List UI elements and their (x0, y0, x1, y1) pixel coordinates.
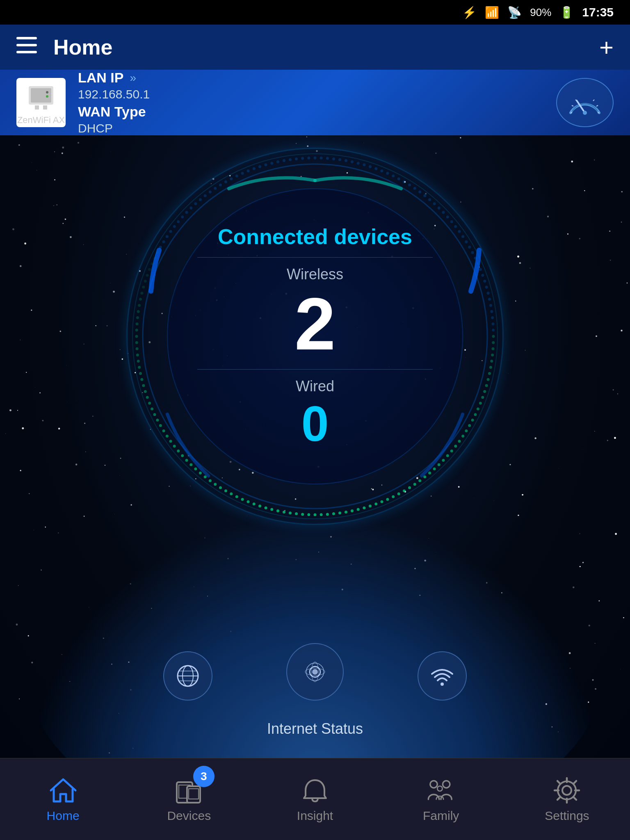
svg-line-15 (596, 105, 598, 106)
devices-badge: 3 (193, 766, 215, 787)
status-bar: ⚡ 📶 📡 90% 🔋 17:35 (0, 0, 630, 25)
svg-point-217 (443, 781, 450, 788)
svg-rect-0 (16, 37, 37, 39)
wifi-signal-icon (430, 664, 454, 688)
bluetooth-icon: ⚡ (462, 6, 477, 19)
insight-icon (301, 776, 329, 805)
wireless-label: Wireless (287, 266, 343, 283)
lan-ip-label: LAN IP (78, 70, 123, 86)
svg-point-8 (46, 95, 48, 98)
router-image-icon (25, 80, 57, 113)
wan-type-value: DHCP (78, 121, 556, 135)
svg-point-219 (562, 786, 571, 795)
globe-icon (176, 664, 200, 688)
speedtest-button[interactable] (556, 78, 614, 127)
nav-label-family: Family (423, 809, 459, 823)
svg-rect-6 (43, 105, 47, 110)
battery-percent: 90% (530, 6, 551, 19)
bottom-nav: Home 3 Devices Insight (0, 758, 630, 840)
nav-label-settings: Settings (545, 809, 589, 823)
wan-type-label: WAN Type (78, 104, 556, 120)
bottom-action-icons (163, 651, 467, 701)
hud-container: Connected devices Wireless 2 Wired 0 (126, 148, 504, 525)
wired-count: 0 (301, 399, 329, 448)
home-icon (49, 776, 78, 805)
router-name: ZenWiFi AX (17, 115, 65, 126)
clock: 17:35 (582, 5, 614, 19)
nav-item-family[interactable]: Family (378, 758, 504, 840)
svg-point-218 (437, 786, 442, 791)
battery-icon: 🔋 (559, 6, 574, 19)
nav-label-insight: Insight (297, 809, 333, 823)
nav-item-insight[interactable]: Insight (252, 758, 378, 840)
nav-label-devices: Devices (167, 809, 211, 823)
svg-rect-2 (16, 51, 37, 53)
svg-rect-5 (35, 105, 39, 110)
nav-label-home: Home (47, 809, 80, 823)
mesh-button[interactable] (286, 643, 344, 701)
svg-rect-1 (16, 44, 37, 46)
internet-status-label: Internet Status (267, 720, 363, 737)
svg-point-220 (558, 781, 576, 799)
connected-devices-title: Connected devices (218, 224, 412, 249)
router-info: LAN IP » 192.168.50.1 WAN Type DHCP (78, 70, 556, 135)
wifi-icon: 📶 (485, 6, 499, 19)
svg-line-16 (593, 100, 594, 101)
speedometer-icon (566, 88, 603, 117)
nav-item-devices[interactable]: 3 Devices (126, 758, 252, 840)
internet-button[interactable] (163, 651, 212, 701)
svg-point-7 (46, 91, 48, 94)
svg-point-208 (312, 669, 318, 675)
main-area: Connected devices Wireless 2 Wired 0 (0, 135, 630, 758)
svg-rect-4 (31, 88, 51, 103)
lan-ip-arrow-icon: » (130, 71, 136, 84)
router-image-container: ZenWiFi AX (16, 78, 66, 127)
mesh-icon (303, 660, 327, 684)
wifi-button[interactable] (418, 651, 467, 701)
add-button[interactable]: + (599, 33, 614, 62)
wireless-count: 2 (294, 287, 336, 361)
svg-point-211 (441, 682, 444, 686)
menu-icon[interactable] (16, 37, 37, 57)
signal-icon: 📡 (507, 6, 522, 19)
svg-point-216 (430, 781, 438, 788)
family-icon (427, 776, 455, 805)
nav-item-settings[interactable]: Settings (504, 758, 630, 840)
router-banner: ZenWiFi AX LAN IP » 192.168.50.1 WAN Typ… (0, 70, 630, 135)
divider-1 (197, 257, 433, 258)
svg-point-10 (583, 111, 587, 115)
lan-ip-value: 192.168.50.1 (78, 87, 556, 101)
svg-line-12 (572, 105, 573, 106)
nav-item-home[interactable]: Home (0, 758, 126, 840)
top-nav: Home + (0, 25, 630, 70)
hud-center-panel: Connected devices Wireless 2 Wired 0 (167, 189, 463, 484)
divider-2 (197, 369, 433, 370)
settings-icon (552, 776, 581, 805)
page-title: Home (53, 35, 599, 59)
wired-label: Wired (296, 378, 334, 395)
